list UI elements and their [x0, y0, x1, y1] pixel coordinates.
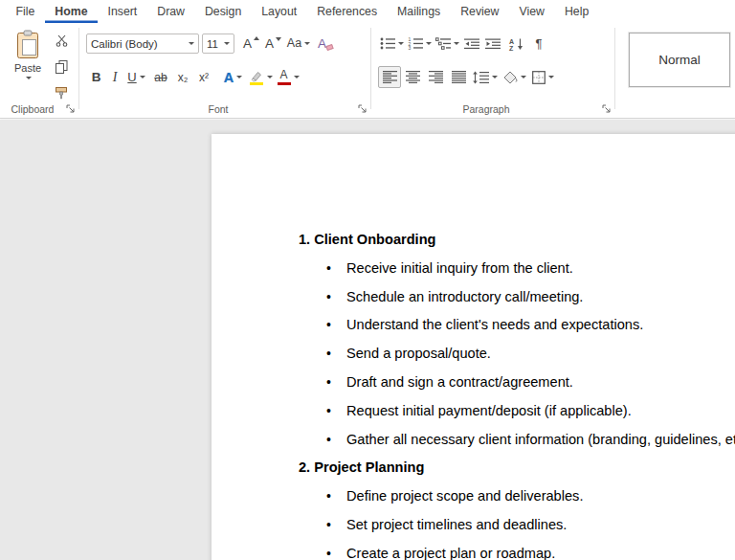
bold-button[interactable]: B	[86, 66, 106, 88]
line-spacing-button[interactable]	[470, 66, 500, 88]
bullet-item: • Define project scope and deliverables.	[299, 482, 735, 511]
chevron-down-icon	[548, 76, 554, 78]
justify-icon	[452, 71, 466, 83]
document-page[interactable]: 1. Client Onboarding • Receive initial i…	[212, 134, 735, 560]
cut-button[interactable]	[50, 30, 73, 52]
bullet-item: • Receive initial inquiry from the clien…	[299, 255, 735, 283]
chevron-down-icon	[236, 76, 242, 78]
font-group: Calibri (Body) 11 A A Aa A	[79, 23, 370, 118]
section-heading: 1. Client Onboarding	[299, 226, 735, 255]
text-highlight-button[interactable]	[246, 66, 275, 88]
font-color-button[interactable]: A	[275, 66, 301, 88]
bullet-icon: •	[326, 540, 346, 560]
grow-font-button[interactable]: A	[240, 33, 262, 55]
bullet-item: • Request initial payment/deposit (if ap…	[299, 397, 735, 426]
align-center-button[interactable]	[401, 66, 424, 88]
svg-text:3: 3	[409, 45, 412, 50]
bullet-icon: •	[326, 283, 346, 312]
cut-scissors-icon	[56, 34, 68, 47]
tab-mailings[interactable]: Mailings	[388, 0, 451, 23]
chevron-down-icon	[521, 76, 526, 78]
show-paragraph-marks-button[interactable]: ¶	[529, 33, 548, 55]
chevron-down-icon	[294, 76, 300, 78]
chevron-down-icon	[454, 42, 459, 45]
numbering-button[interactable]: 1 2 3	[406, 33, 434, 55]
bullet-icon: •	[326, 482, 346, 511]
bullet-text: Set project timelines and deadlines.	[346, 511, 567, 540]
clear-formatting-button[interactable]: A	[313, 33, 338, 55]
increase-indent-icon	[485, 38, 501, 50]
borders-button[interactable]	[528, 66, 557, 88]
bullet-icon: •	[326, 397, 346, 426]
arrow-up-icon	[254, 36, 259, 40]
chevron-down-icon	[140, 76, 145, 78]
shrink-font-button[interactable]: A	[262, 33, 284, 55]
italic-button[interactable]: I	[106, 66, 123, 88]
align-left-icon	[383, 71, 397, 83]
font-size-combobox[interactable]: 11	[202, 34, 234, 54]
tab-home[interactable]: Home	[45, 0, 98, 23]
font-group-label: Font	[79, 103, 357, 115]
style-name: Normal	[658, 53, 701, 67]
bullet-text: Schedule an introductory call/meeting.	[346, 283, 583, 312]
chevron-down-icon	[398, 42, 404, 45]
chevron-down-icon	[304, 42, 310, 45]
document-canvas: 1. Client Onboarding • Receive initial i…	[0, 120, 735, 560]
change-case-button[interactable]: Aa	[284, 33, 313, 55]
paragraph-dialog-launcher[interactable]	[601, 103, 612, 114]
format-painter-button[interactable]	[50, 81, 73, 103]
paste-button[interactable]: Paste	[8, 30, 48, 102]
sort-button[interactable]: A Z	[503, 33, 529, 55]
multilevel-list-icon	[435, 37, 451, 50]
font-name-value: Calibri (Body)	[91, 38, 158, 50]
chevron-down-icon	[492, 76, 498, 78]
paste-label: Paste	[14, 62, 41, 74]
bulleted-list-icon	[380, 37, 395, 50]
paste-clipboard-icon	[15, 30, 40, 59]
bullet-text: Gather all necessary client information …	[346, 426, 735, 455]
tab-draw[interactable]: Draw	[147, 0, 195, 23]
font-dialog-launcher[interactable]	[357, 103, 368, 114]
tab-layout[interactable]: Layout	[252, 0, 307, 23]
style-normal-item[interactable]: Normal	[629, 33, 730, 87]
shading-button[interactable]	[500, 66, 528, 88]
strikethrough-button[interactable]: ab	[149, 66, 172, 88]
bullet-text: Draft and sign a contract/agreement.	[346, 369, 573, 397]
ribbon: Paste	[0, 23, 735, 119]
tab-review[interactable]: Review	[451, 0, 509, 23]
tab-references[interactable]: References	[307, 0, 388, 23]
clipboard-dialog-launcher[interactable]	[65, 103, 76, 114]
tab-insert[interactable]: Insert	[98, 0, 147, 23]
align-right-button[interactable]	[424, 66, 447, 88]
multilevel-list-button[interactable]	[434, 33, 461, 55]
tab-help[interactable]: Help	[554, 0, 598, 23]
subscript-button[interactable]: x₂	[172, 66, 193, 88]
decrease-indent-button[interactable]	[461, 33, 482, 55]
bullet-icon: •	[326, 369, 346, 397]
text-effects-button[interactable]: A	[220, 66, 246, 88]
bullets-button[interactable]	[378, 33, 406, 55]
bullet-icon: •	[326, 340, 346, 369]
numbered-list-icon: 1 2 3	[408, 37, 423, 50]
bullet-item: • Set project timelines and deadlines.	[299, 511, 735, 540]
decrease-indent-icon	[464, 38, 479, 50]
tab-view[interactable]: View	[509, 0, 554, 23]
tab-design[interactable]: Design	[194, 0, 251, 23]
format-painter-icon	[55, 86, 68, 100]
align-left-button[interactable]	[378, 66, 401, 88]
styles-group: Normal	[615, 23, 735, 118]
underline-button[interactable]: U	[123, 66, 149, 88]
copy-button[interactable]	[50, 56, 73, 78]
bullet-icon: •	[326, 511, 346, 540]
bullet-item: • Understand the client's needs and expe…	[299, 311, 735, 340]
justify-button[interactable]	[447, 66, 470, 88]
highlighter-icon	[249, 70, 264, 85]
bullet-text: Define project scope and deliverables.	[346, 482, 583, 511]
tab-file[interactable]: File	[6, 0, 45, 23]
bullet-text: Receive initial inquiry from the client.	[346, 255, 573, 283]
font-name-combobox[interactable]: Calibri (Body)	[86, 34, 199, 54]
chevron-down-icon	[189, 42, 194, 45]
superscript-button[interactable]: x²	[193, 66, 214, 88]
sort-icon: A Z	[508, 37, 524, 51]
increase-indent-button[interactable]	[482, 33, 503, 55]
